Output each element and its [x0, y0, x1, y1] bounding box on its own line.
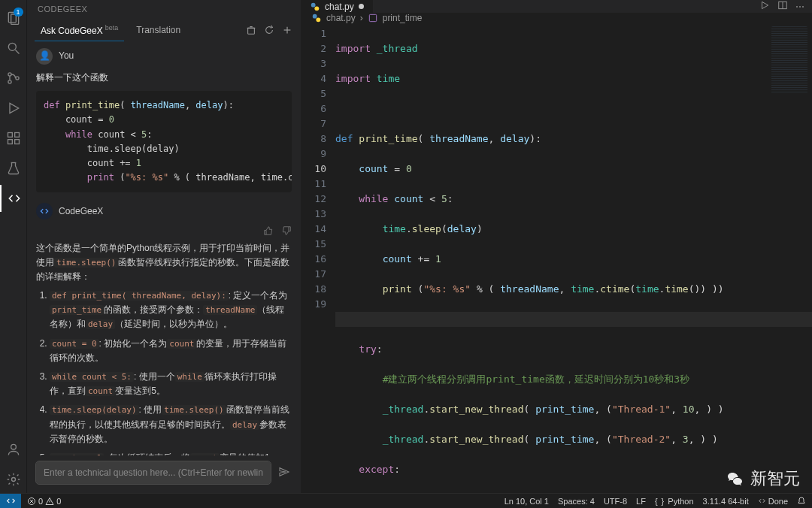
svg-point-6 — [15, 77, 18, 80]
chat-input[interactable] — [36, 461, 271, 484]
thumbs-up-icon[interactable] — [263, 225, 274, 240]
tab-ask[interactable]: Ask CodeGeeXbeta — [35, 20, 124, 41]
chat-area[interactable]: 👤 You 解释一下这个函数 def print_time( threadNam… — [27, 42, 301, 455]
status-encoding[interactable]: UTF-8 — [604, 497, 627, 506]
source-control-icon[interactable] — [0, 65, 27, 92]
testing-icon[interactable] — [0, 155, 27, 182]
svg-rect-25 — [369, 14, 376, 21]
codegeex-panel: CODEGEEX Ask CodeGeeXbeta Translation — [27, 0, 301, 493]
method-icon — [368, 13, 378, 23]
account-icon[interactable] — [0, 436, 27, 463]
user-message: 👤 You 解释一下这个函数 def print_time( threadNam… — [36, 48, 292, 192]
editor-body[interactable]: 123456789 10 111213141516171819 import _… — [301, 23, 812, 493]
python-file-icon — [310, 2, 320, 12]
exp-item-3: while count < 5:: 使用一个while循环来执行打印操作，直到c… — [50, 370, 292, 398]
clear-icon[interactable] — [245, 24, 257, 36]
send-icon[interactable] — [277, 466, 292, 480]
svg-point-23 — [313, 14, 317, 19]
run-file-icon[interactable] — [759, 0, 770, 13]
status-ln-col[interactable]: Ln 10, Col 1 — [504, 497, 549, 506]
svg-point-13 — [11, 444, 16, 449]
breadcrumb-file: chat.py — [326, 13, 356, 23]
user-name: You — [59, 49, 74, 63]
bot-avatar — [36, 203, 53, 219]
settings-icon[interactable] — [0, 466, 27, 493]
svg-rect-11 — [14, 140, 19, 144]
svg-point-18 — [311, 2, 316, 7]
tab-label: chat.py — [325, 2, 354, 12]
breadcrumb[interactable]: chat.py › print_time — [301, 13, 812, 23]
status-problems[interactable]: 0 0 — [27, 497, 61, 506]
tab-modified-dot — [359, 4, 364, 9]
editor-tabbar: chat.py ⋯ — [301, 0, 812, 13]
user-prompt: 解释一下这个函数 — [36, 71, 292, 85]
beta-badge: beta — [105, 24, 119, 32]
bot-name: CodeGeeX — [59, 204, 103, 219]
exp-intro-code: time.sleep() — [54, 258, 118, 268]
refresh-icon[interactable] — [263, 24, 275, 36]
run-debug-icon[interactable] — [0, 95, 27, 122]
feedback-row — [36, 225, 292, 240]
breadcrumb-symbol: print_time — [383, 13, 423, 23]
codegeex-icon[interactable] — [0, 185, 27, 212]
svg-point-4 — [8, 73, 11, 76]
code-lines[interactable]: import _thread import time def print_tim… — [335, 23, 812, 493]
status-bar: 0 0 Ln 10, Col 1 Spaces: 4 UTF-8 LF {} P… — [0, 493, 812, 508]
tab-translation[interactable]: Translation — [130, 20, 186, 40]
svg-rect-9 — [14, 133, 19, 138]
svg-rect-10 — [8, 140, 12, 144]
bot-message: CodeGeeX 这个函数是一个简单的Python线程示例，用于打印当前时间，并… — [36, 203, 292, 455]
remote-indicator[interactable] — [0, 494, 21, 509]
exp-item-1: def print_time( threadName, delay):: 定义一… — [50, 289, 292, 332]
svg-point-19 — [314, 6, 319, 11]
status-interpreter[interactable]: 3.11.4 64-bit — [703, 497, 749, 506]
exp-item-2: count = 0: 初始化一个名为count的变量，用于存储当前循环的次数。 — [50, 337, 292, 365]
thumbs-down-icon[interactable] — [281, 225, 292, 240]
extensions-icon[interactable] — [0, 125, 27, 152]
panel-tabs: Ask CodeGeeXbeta Translation — [27, 18, 301, 42]
svg-marker-20 — [762, 2, 768, 8]
panel-title: CODEGEEX — [27, 0, 301, 18]
svg-point-2 — [8, 43, 16, 50]
status-spaces[interactable]: Spaces: 4 — [558, 497, 595, 506]
chevron-right-icon: › — [360, 13, 363, 23]
activity-bar: 1 — [0, 0, 27, 493]
minimap[interactable] — [771, 26, 807, 94]
svg-point-24 — [316, 17, 320, 22]
python-file-icon — [311, 13, 322, 23]
svg-line-3 — [15, 50, 19, 54]
exp-item-4: time.sleep(delay): 使用time.sleep()函数暂停当前线… — [50, 403, 292, 446]
line-number-gutter: 123456789 10 111213141516171819 — [301, 23, 335, 493]
user-code-block: def print_time( threadName, delay): coun… — [36, 91, 292, 192]
svg-rect-15 — [248, 28, 255, 34]
user-avatar: 👤 — [36, 48, 53, 65]
editor-tab[interactable]: chat.py — [301, 0, 374, 13]
bot-explanation: 这个函数是一个简单的Python线程示例，用于打印当前时间，并使用time.sl… — [36, 241, 292, 456]
more-actions-icon[interactable]: ⋯ — [795, 2, 804, 12]
split-editor-icon[interactable] — [777, 0, 788, 13]
status-language[interactable]: {} Python — [655, 497, 694, 506]
svg-marker-7 — [10, 103, 19, 113]
status-done[interactable]: Done — [758, 497, 788, 506]
status-eol[interactable]: LF — [636, 497, 646, 506]
explorer-badge: 1 — [14, 8, 23, 17]
search-icon[interactable] — [0, 35, 27, 62]
tab-ask-label: Ask CodeGeeX — [41, 26, 103, 36]
editor: chat.py ⋯ chat.py › print_time — [301, 0, 812, 493]
svg-point-14 — [11, 478, 15, 482]
new-chat-icon[interactable] — [281, 24, 293, 36]
chat-input-row — [27, 455, 301, 493]
status-notifications-icon[interactable] — [797, 497, 806, 506]
svg-point-5 — [8, 80, 11, 83]
explorer-icon[interactable]: 1 — [0, 5, 27, 32]
svg-rect-8 — [8, 133, 12, 138]
